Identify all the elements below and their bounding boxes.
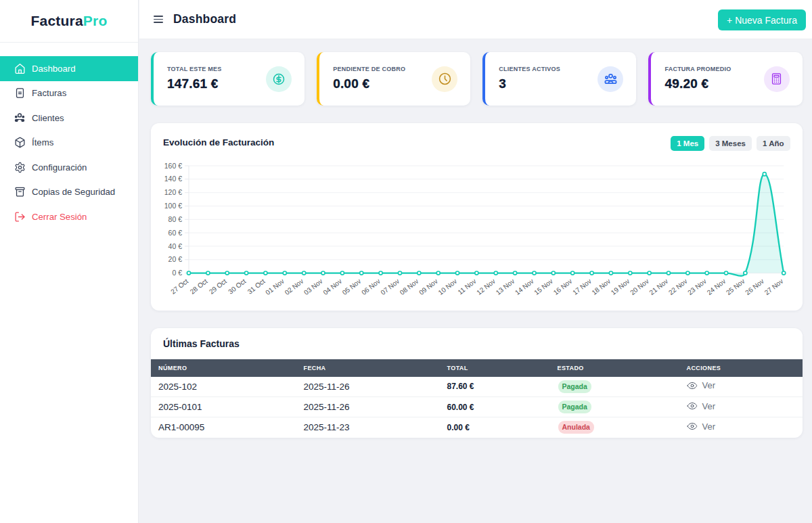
svg-text:06 Nov: 06 Nov [360, 277, 382, 296]
svg-text:21 Nov: 21 Nov [648, 277, 669, 296]
svg-text:28 Oct: 28 Oct [189, 277, 209, 296]
svg-text:40 €: 40 € [168, 242, 183, 250]
svg-text:05 Nov: 05 Nov [341, 277, 363, 296]
svg-text:18 Nov: 18 Nov [590, 277, 612, 296]
svg-text:80 €: 80 € [168, 215, 183, 223]
svg-text:23 Nov: 23 Nov [686, 277, 708, 296]
svg-text:30 Oct: 30 Oct [227, 277, 247, 296]
svg-text:120 €: 120 € [164, 188, 182, 196]
svg-text:29 Oct: 29 Oct [208, 277, 228, 296]
svg-text:08 Nov: 08 Nov [399, 277, 420, 296]
svg-text:15 Nov: 15 Nov [533, 277, 554, 296]
svg-text:03 Nov: 03 Nov [302, 277, 324, 296]
svg-text:27 Nov: 27 Nov [763, 277, 785, 296]
svg-text:19 Nov: 19 Nov [610, 277, 631, 296]
svg-text:0 €: 0 € [172, 269, 182, 277]
svg-text:07 Nov: 07 Nov [379, 277, 401, 296]
svg-text:160 €: 160 € [164, 162, 182, 170]
svg-text:14 Nov: 14 Nov [514, 277, 535, 296]
svg-text:09 Nov: 09 Nov [418, 277, 439, 296]
svg-text:01 Nov: 01 Nov [264, 277, 286, 296]
svg-text:17 Nov: 17 Nov [571, 277, 593, 296]
svg-text:02 Nov: 02 Nov [284, 277, 305, 296]
svg-text:11 Nov: 11 Nov [456, 277, 477, 296]
svg-text:100 €: 100 € [164, 202, 182, 210]
svg-text:12 Nov: 12 Nov [475, 277, 497, 296]
svg-text:25 Nov: 25 Nov [725, 277, 746, 296]
svg-text:22 Nov: 22 Nov [667, 277, 689, 296]
svg-text:31 Oct: 31 Oct [246, 277, 267, 296]
svg-text:26 Nov: 26 Nov [744, 277, 765, 296]
svg-text:16 Nov: 16 Nov [552, 277, 574, 296]
svg-text:140 €: 140 € [164, 175, 182, 183]
svg-text:20 Nov: 20 Nov [629, 277, 650, 296]
svg-text:10 Nov: 10 Nov [436, 277, 458, 296]
svg-text:27 Oct: 27 Oct [169, 277, 189, 296]
svg-text:20 €: 20 € [168, 255, 183, 263]
svg-text:60 €: 60 € [168, 229, 183, 237]
svg-text:13 Nov: 13 Nov [495, 277, 516, 296]
svg-text:04 Nov: 04 Nov [321, 277, 343, 296]
svg-text:24 Nov: 24 Nov [706, 277, 727, 296]
